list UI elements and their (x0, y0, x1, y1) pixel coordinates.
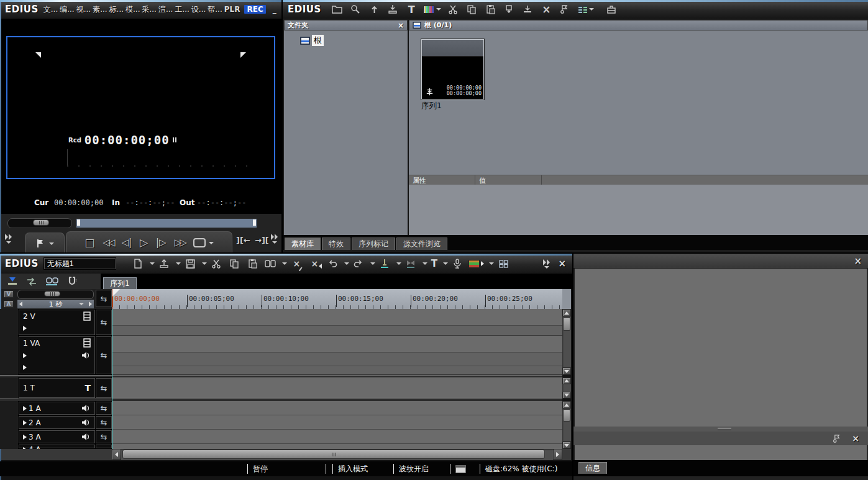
chevron-down-icon[interactable] (423, 262, 427, 265)
track-header-4a[interactable]: 4 A (0, 444, 112, 449)
timeline-zoom-slider[interactable] (17, 290, 94, 299)
tab-bin[interactable]: 素材库 (285, 238, 321, 250)
track-label[interactable]: 2 A (29, 418, 41, 427)
sequence-name-field[interactable] (43, 257, 116, 270)
plr-mode-button[interactable]: PLR (224, 5, 240, 14)
marker-dropdown-icon[interactable] (49, 242, 54, 245)
expand-icon[interactable] (23, 406, 27, 411)
scale-next-icon[interactable] (89, 302, 92, 307)
lane-1a[interactable] (112, 401, 562, 415)
menu-file[interactable]: 文... (43, 4, 58, 15)
audio-mute-button[interactable]: A (4, 300, 14, 308)
clip-name-label[interactable]: 序列1 (421, 101, 442, 111)
playhead-marker[interactable] (112, 289, 120, 297)
playhead-line[interactable] (112, 309, 112, 449)
sync-mode-icon[interactable] (26, 277, 37, 286)
track-header-1a[interactable]: 1 A ⇆ (0, 401, 112, 415)
tab-information[interactable]: 信息 (578, 462, 607, 474)
timeline-lanes[interactable] (112, 309, 562, 449)
timeline-scale-selector[interactable]: 1 秒 (17, 300, 94, 308)
track-label[interactable]: 3 A (29, 433, 41, 441)
transition-icon[interactable] (403, 256, 419, 271)
ripple-sync-toggle[interactable] (96, 445, 112, 448)
title-icon[interactable]: T (403, 2, 420, 17)
chevron-down-icon[interactable] (443, 262, 448, 265)
speaker-icon[interactable] (81, 418, 91, 427)
track-label[interactable]: 1 T (23, 384, 35, 392)
timeline-ruler[interactable]: 00:00:00;00 00:00:05;00 00:00:10;00 00:0… (112, 289, 562, 310)
menu-marker[interactable]: 标... (109, 4, 124, 15)
capture-icon[interactable] (385, 2, 401, 17)
splitter-handle[interactable] (573, 427, 868, 432)
menu-help[interactable]: 帮... (208, 4, 222, 15)
follow-palette-icon[interactable] (833, 434, 842, 443)
lane-2v-sub[interactable] (112, 326, 562, 336)
copy-icon[interactable] (464, 2, 480, 17)
close-button[interactable]: × (854, 256, 862, 267)
view-mode-icon[interactable] (575, 2, 598, 17)
speaker-icon[interactable] (81, 433, 91, 441)
paste-icon[interactable] (482, 2, 499, 17)
scroll-thumb[interactable] (563, 317, 570, 331)
loop-play-button[interactable] (193, 238, 214, 247)
sequence-clip-card[interactable]: 00:00:00;00 00:00:00;00 (421, 39, 484, 99)
clips-icon[interactable] (262, 256, 279, 271)
scroll-down-button[interactable] (562, 392, 571, 399)
scroll-thumb[interactable] (122, 450, 545, 459)
goto-in-button[interactable]: ][← (236, 236, 250, 244)
expand-icon[interactable] (23, 435, 27, 440)
menu-edit[interactable]: 编... (60, 4, 74, 15)
more-controls-right-button[interactable] (271, 234, 278, 244)
close-button[interactable]: × (281, 4, 281, 14)
redo-icon[interactable] (350, 256, 367, 271)
scroll-up-button[interactable] (562, 309, 571, 316)
track-header-2v[interactable]: 2 V ⇆ (0, 309, 112, 336)
track-label[interactable]: 2 V (23, 312, 35, 321)
chevron-down-icon[interactable] (79, 303, 84, 305)
expand-icon[interactable] (23, 365, 27, 370)
tab-effects[interactable]: 特效 (322, 238, 350, 250)
folder-tree-root-item[interactable]: 根 (300, 35, 408, 46)
sequence-tab[interactable]: 序列1 (103, 277, 137, 289)
video-track-icon[interactable] (83, 338, 91, 348)
menu-settings[interactable]: 设... (191, 4, 206, 15)
menu-capture[interactable]: 采... (142, 4, 156, 15)
close-panel-icon[interactable]: × (852, 433, 859, 443)
search-icon[interactable] (347, 2, 364, 17)
scroll-down-button[interactable] (562, 367, 571, 375)
track-header-2a[interactable]: 2 A ⇆ (0, 415, 112, 430)
insert-mode-icon[interactable] (7, 277, 17, 285)
vertical-scrollbar-video[interactable] (562, 309, 571, 375)
scale-prev-icon[interactable] (19, 302, 22, 307)
shuttle-thumb[interactable] (33, 219, 49, 226)
open-project-icon[interactable] (156, 256, 173, 271)
horizontal-scrollbar[interactable] (112, 449, 562, 460)
speaker-icon[interactable] (81, 351, 91, 359)
ripple-sync-toggle[interactable]: ⇆ (96, 430, 112, 443)
video-track-icon[interactable] (83, 312, 91, 321)
folder-icon[interactable] (329, 2, 345, 17)
ripple-sync-toggle[interactable]: ⇆ (96, 402, 112, 415)
menu-render[interactable]: 渲... (158, 4, 173, 15)
chevron-down-icon[interactable] (176, 262, 181, 265)
title-icon[interactable]: T (429, 256, 440, 271)
vertical-scrollbar-title[interactable] (562, 377, 571, 399)
minimize-button[interactable]: _ (273, 5, 276, 14)
track-header-1t[interactable]: 1 T T ⇆ (0, 377, 112, 399)
scroll-up-button[interactable] (562, 401, 571, 408)
up-folder-icon[interactable] (366, 2, 383, 17)
lane-2v[interactable] (112, 309, 562, 326)
rewind-button[interactable]: ◁◁ (103, 238, 113, 247)
add-cut-point-icon[interactable] (377, 256, 393, 271)
lane-2a[interactable] (112, 415, 562, 430)
expand-icon[interactable] (23, 353, 27, 358)
chevron-down-icon[interactable] (370, 262, 375, 265)
next-frame-button[interactable]: |▷ (156, 238, 167, 247)
close-icon[interactable]: × (398, 21, 404, 30)
tab-sequence-marker[interactable]: 序列标记 (352, 238, 395, 250)
loop-dropdown-icon[interactable] (209, 242, 214, 244)
stop-button[interactable]: □ (85, 238, 94, 248)
zoom-slider-thumb[interactable] (44, 291, 60, 297)
follow-palette-icon[interactable] (557, 2, 573, 17)
track-header-1va[interactable]: 1 VA ⇆ (0, 336, 112, 375)
